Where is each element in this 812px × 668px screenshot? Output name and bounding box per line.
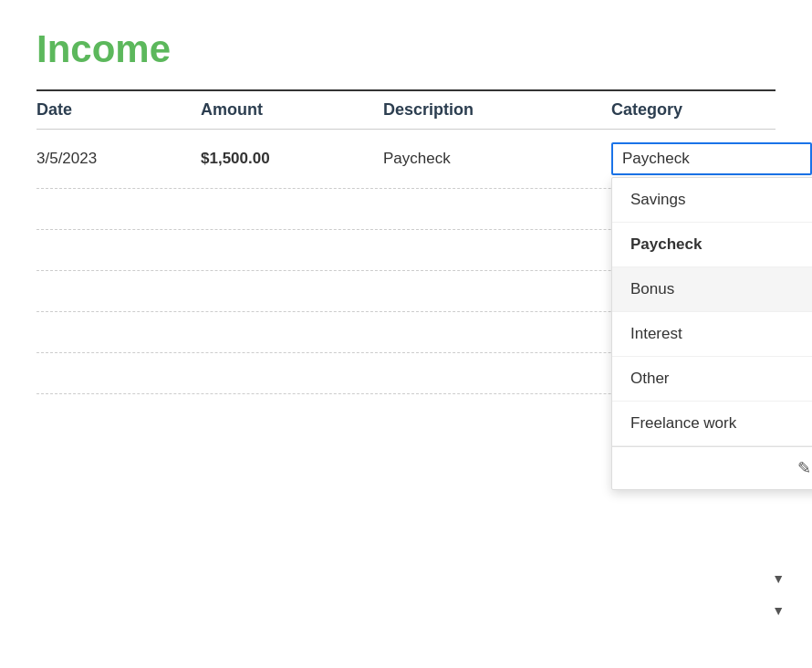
table-header: Date Amount Description Category [36, 89, 776, 130]
dropdown-item-other[interactable]: Other [612, 357, 812, 402]
cell-amount: $1,500.00 [201, 150, 383, 168]
header-category: Category [611, 100, 812, 120]
page-container: Income Date Amount Description Category … [0, 0, 812, 422]
dropdown-item-paycheck[interactable]: Paycheck [612, 223, 812, 267]
scroll-indicator-1[interactable]: ▼ [772, 571, 785, 586]
dropdown-footer: ✎ [612, 446, 812, 489]
header-date: Date [36, 100, 201, 120]
dropdown-item-freelance[interactable]: Freelance work [612, 402, 812, 446]
category-input-wrapper: Savings Paycheck Bonus Interest Other Fr… [611, 142, 812, 175]
category-input[interactable] [611, 142, 812, 175]
category-dropdown: Savings Paycheck Bonus Interest Other Fr… [611, 177, 812, 490]
page-title: Income [36, 27, 776, 71]
scroll-indicator-2[interactable]: ▼ [772, 603, 785, 618]
cell-category: Savings Paycheck Bonus Interest Other Fr… [611, 142, 812, 175]
table-row: 3/5/2023 $1,500.00 Paycheck Savings Payc… [36, 130, 776, 189]
edit-icon[interactable]: ✎ [797, 459, 811, 477]
dropdown-item-interest[interactable]: Interest [612, 312, 812, 357]
income-table: Date Amount Description Category 3/5/202… [36, 89, 776, 394]
dropdown-item-savings[interactable]: Savings [612, 178, 812, 223]
cell-date: 3/5/2023 [36, 150, 201, 168]
header-amount: Amount [201, 100, 383, 120]
cell-description: Paycheck [383, 150, 611, 168]
dropdown-item-bonus[interactable]: Bonus [612, 267, 812, 312]
header-description: Description [383, 100, 611, 120]
